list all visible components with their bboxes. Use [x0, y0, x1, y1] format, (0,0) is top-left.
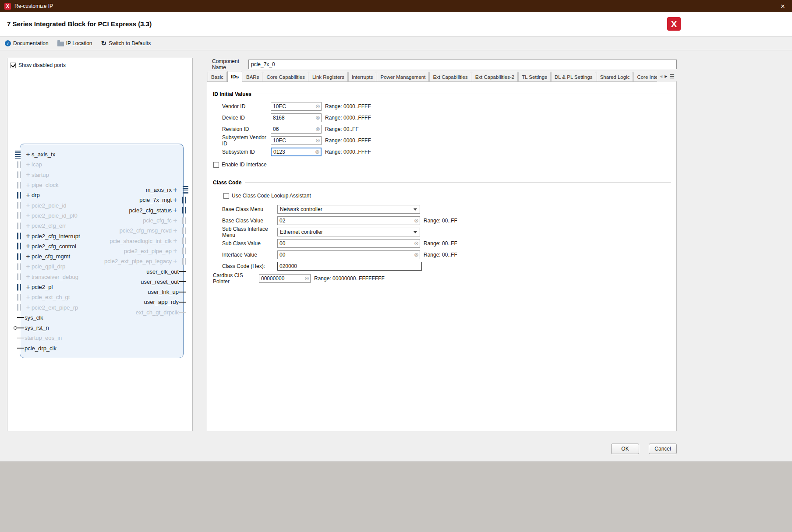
tab-label: Link Registers: [312, 74, 344, 80]
cardbus-cis-input[interactable]: 00000000 ⊗: [259, 274, 311, 283]
expand-plus-icon[interactable]: +: [172, 207, 179, 214]
ip-location-button[interactable]: IP Location: [57, 40, 92, 46]
port-label: sys_clk: [25, 314, 43, 321]
expand-plus-icon[interactable]: +: [172, 227, 179, 234]
expand-plus-icon[interactable]: +: [25, 182, 32, 189]
tab[interactable]: Power Management: [377, 72, 429, 82]
port-label: sys_rst_n: [25, 324, 49, 331]
tab-scroll-left-icon[interactable]: ◀: [660, 74, 662, 78]
tab[interactable]: Shared Logic: [597, 72, 633, 82]
switch-to-defaults-button[interactable]: ↻ Switch to Defaults: [101, 40, 151, 46]
expand-plus-icon[interactable]: +: [25, 263, 32, 270]
expand-plus-icon[interactable]: +: [25, 273, 32, 280]
tab[interactable]: Basic: [208, 72, 227, 82]
enable-id-interface-checkbox[interactable]: [213, 162, 219, 168]
text-input[interactable]: 06 ⊗: [271, 125, 322, 134]
tab[interactable]: Ext Capabilities: [429, 72, 471, 82]
xilinx-logo: X: [667, 17, 681, 31]
tab[interactable]: Ext Capabilities-2: [472, 72, 518, 82]
expand-plus-icon[interactable]: +: [25, 192, 32, 199]
component-name-input[interactable]: pcie_7x_0: [248, 60, 677, 69]
tab[interactable]: Link Registers: [309, 72, 348, 82]
cancel-button[interactable]: Cancel: [649, 444, 677, 454]
text-input[interactable]: 00 ⊗: [277, 239, 420, 248]
port-pin-icon: [17, 284, 21, 290]
port-label: pcie_drp_clk: [25, 345, 57, 352]
tab-scroll-right-icon[interactable]: ▶: [665, 74, 667, 78]
close-icon[interactable]: ✕: [778, 3, 788, 10]
expand-plus-icon[interactable]: +: [25, 304, 32, 311]
class-code-lookup-checkbox[interactable]: [223, 193, 229, 199]
text-input[interactable]: 0123 ⊗: [271, 148, 322, 156]
port-row: + m_axis_rx: [82, 185, 183, 195]
port-pin-icon: [17, 263, 21, 270]
dropdown[interactable]: Ethernet controller: [277, 228, 420, 236]
port-label: pcie2_pcie_id: [32, 202, 67, 209]
expand-plus-icon[interactable]: +: [25, 284, 32, 291]
tab[interactable]: BARs: [243, 72, 262, 82]
expand-plus-icon[interactable]: +: [25, 171, 32, 178]
text-input[interactable]: 00 ⊗: [277, 250, 420, 259]
show-disabled-ports-row: Show disabled ports: [10, 62, 66, 68]
tab-label: Ext Capabilities-2: [475, 74, 514, 80]
tab[interactable]: TL Settings: [518, 72, 551, 82]
tab-menu-icon[interactable]: ☰: [669, 73, 675, 80]
tab[interactable]: Core Capabilities: [263, 72, 308, 82]
dropdown[interactable]: Network controller: [277, 205, 420, 214]
port-pin-icon: [179, 302, 186, 303]
range-label: Range: 00..FF: [424, 240, 457, 247]
input-value: 10EC: [271, 137, 315, 144]
text-input[interactable]: 8168 ⊗: [271, 113, 322, 122]
field-label: Interface Value: [222, 252, 277, 258]
port-label: ext_ch_gt_drpclk: [136, 309, 179, 316]
clear-icon[interactable]: ⊗: [315, 115, 321, 121]
xilinx-logo-icon: X: [4, 3, 11, 10]
expand-plus-icon[interactable]: +: [25, 202, 32, 209]
port-pin-icon: [182, 248, 186, 254]
port-pin-icon: [179, 292, 186, 292]
tab[interactable]: IDs: [227, 71, 242, 82]
clear-icon[interactable]: ⊗: [413, 218, 420, 224]
clear-icon[interactable]: ⊗: [315, 137, 321, 144]
expand-plus-icon[interactable]: +: [172, 247, 179, 254]
expand-plus-icon[interactable]: +: [172, 258, 179, 265]
port-pin-icon: [17, 328, 24, 328]
port-label: pcie2_pcie_id_pf0: [32, 212, 78, 219]
documentation-button[interactable]: i Documentation: [5, 40, 49, 46]
expand-plus-icon[interactable]: +: [172, 217, 179, 224]
show-disabled-ports-checkbox[interactable]: [10, 63, 16, 68]
clear-icon[interactable]: ⊗: [413, 240, 420, 247]
expand-plus-icon[interactable]: +: [172, 237, 179, 244]
expand-plus-icon[interactable]: +: [25, 233, 32, 240]
clear-icon[interactable]: ⊗: [315, 103, 321, 109]
expand-plus-icon[interactable]: +: [25, 222, 32, 229]
expand-plus-icon[interactable]: +: [25, 151, 32, 158]
tab-label: TL Settings: [522, 74, 547, 80]
expand-plus-icon[interactable]: +: [25, 212, 32, 219]
port-label: transceiver_debug: [32, 274, 78, 280]
expand-plus-icon[interactable]: +: [25, 253, 32, 260]
port-pin-icon: [182, 227, 186, 234]
text-input[interactable]: 020000: [277, 262, 422, 271]
text-input[interactable]: 10EC ⊗: [271, 102, 322, 111]
expand-plus-icon[interactable]: +: [172, 187, 179, 194]
range-label: Range: 0000..FFFF: [325, 137, 371, 144]
expand-plus-icon[interactable]: +: [25, 161, 32, 168]
port-label: pcie2_pl: [32, 284, 53, 290]
port-pin-icon: [17, 192, 21, 198]
expand-plus-icon[interactable]: +: [172, 197, 179, 204]
expand-plus-icon[interactable]: +: [25, 243, 32, 250]
text-input[interactable]: 02 ⊗: [277, 216, 420, 225]
clear-icon[interactable]: ⊗: [315, 126, 321, 132]
port-label: pcie_qpll_drp: [32, 263, 65, 270]
ok-button[interactable]: OK: [611, 444, 639, 454]
port-row: + pcie_7x_mgt: [82, 195, 183, 205]
text-input[interactable]: 10EC ⊗: [271, 136, 322, 145]
clear-icon[interactable]: ⊗: [314, 149, 321, 155]
field-label: Device ID: [222, 115, 271, 121]
expand-plus-icon[interactable]: +: [25, 294, 32, 301]
clear-icon[interactable]: ⊗: [413, 252, 420, 258]
clear-icon[interactable]: ⊗: [304, 275, 310, 282]
tab[interactable]: Interrupts: [348, 72, 377, 82]
tab[interactable]: DL & PL Settings: [551, 72, 596, 82]
